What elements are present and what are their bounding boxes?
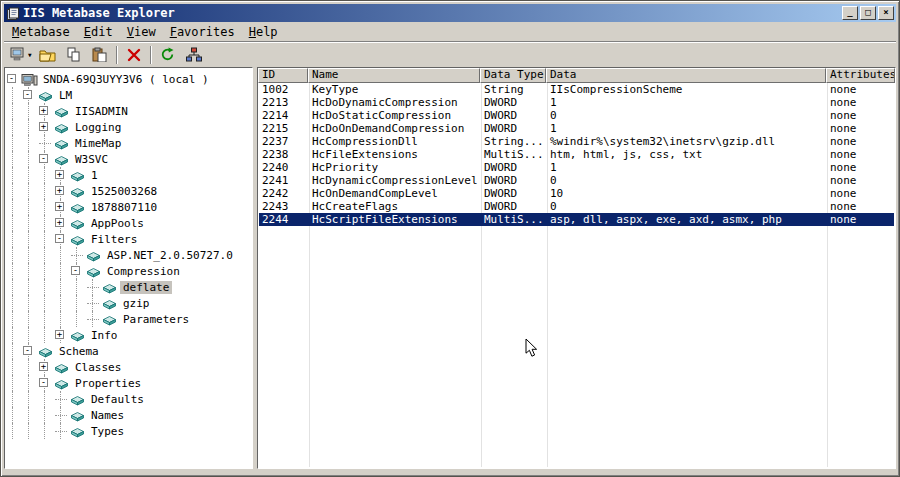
table-row[interactable]: 2237HcCompressionDllString...%windir%\sy…: [259, 135, 894, 148]
tree-node[interactable]: Types: [5, 423, 252, 439]
tree-node[interactable]: ASP.NET_2.0.50727.0: [5, 247, 252, 263]
column-header-id[interactable]: ID: [258, 68, 308, 83]
tree-node[interactable]: gzip: [5, 295, 252, 311]
maximize-button[interactable]: □: [860, 6, 876, 20]
expand-plus-icon[interactable]: +: [39, 122, 48, 131]
tree-node[interactable]: +Logging: [5, 119, 252, 135]
collapse-minus-icon[interactable]: -: [39, 378, 48, 387]
metabase-node-icon: [37, 344, 54, 358]
tree-node[interactable]: MimeMap: [5, 135, 252, 151]
table-row[interactable]: 2238HcFileExtensionsMultiS...htm, html, …: [259, 148, 894, 161]
column-header-name[interactable]: Name: [308, 68, 480, 83]
tree-node[interactable]: -Compression: [5, 263, 252, 279]
expand-plus-icon[interactable]: +: [55, 202, 64, 211]
menu-item-edit[interactable]: Edit: [77, 24, 120, 40]
expand-plus-icon[interactable]: +: [39, 362, 48, 371]
refresh-button[interactable]: [156, 44, 180, 66]
tree-node[interactable]: -Filters: [5, 231, 252, 247]
table-row[interactable]: 2242HcOnDemandCompLevelDWORD10none: [259, 187, 894, 200]
menu-item-view[interactable]: View: [120, 24, 163, 40]
tree-node-label[interactable]: Schema: [56, 345, 102, 358]
tree-node[interactable]: +1878807110: [5, 199, 252, 215]
menu-item-favorites[interactable]: Favorites: [163, 24, 242, 40]
tree-node[interactable]: -LM: [5, 87, 252, 103]
tree-node-label[interactable]: 1525003268: [88, 185, 160, 198]
tree-node-label[interactable]: 1878807110: [88, 201, 160, 214]
table-row[interactable]: 2214HcDoStaticCompressionDWORD0none: [259, 109, 894, 122]
tree-node-label[interactable]: LM: [56, 89, 75, 102]
delete-button[interactable]: [122, 44, 146, 66]
expand-plus-icon[interactable]: +: [55, 218, 64, 227]
tree-guide: [21, 359, 37, 375]
close-button[interactable]: ×: [878, 6, 894, 20]
tree-node[interactable]: Parameters: [5, 311, 252, 327]
tree-node-label[interactable]: Compression: [104, 265, 183, 278]
table-row[interactable]: 2240HcPriorityDWORD1none: [259, 161, 894, 174]
tree-node-label[interactable]: 1: [88, 169, 101, 182]
tree-node-label[interactable]: Defaults: [88, 393, 147, 406]
tree-node-label[interactable]: AppPools: [88, 217, 147, 230]
column-header-data-type[interactable]: Data Type: [480, 68, 546, 83]
tree-node[interactable]: +Classes: [5, 359, 252, 375]
expand-plus-icon[interactable]: +: [55, 170, 64, 179]
tree-node[interactable]: -W3SVC: [5, 151, 252, 167]
expand-plus-icon[interactable]: +: [39, 106, 48, 115]
tree-node[interactable]: deflate: [5, 279, 252, 295]
collapse-minus-icon[interactable]: -: [71, 266, 80, 275]
tree-node[interactable]: -SNDA-69Q3UYY3V6 ( local ): [5, 71, 252, 87]
collapse-minus-icon[interactable]: -: [39, 154, 48, 163]
tree-node-label[interactable]: Logging: [72, 121, 124, 134]
tree-node-label[interactable]: Info: [88, 329, 121, 342]
tree-node-label[interactable]: IISADMIN: [72, 105, 131, 118]
tree-node-label[interactable]: SNDA-69Q3UYY3V6 ( local ): [40, 73, 212, 86]
menu-item-metabase[interactable]: Metabase: [5, 24, 77, 40]
menu-item-help[interactable]: Help: [242, 24, 285, 40]
copy-button[interactable]: [62, 44, 86, 66]
tree-node-label[interactable]: gzip: [120, 297, 153, 310]
computer-dropdown-icon: ▼: [10, 47, 32, 62]
tree-node-label[interactable]: Filters: [88, 233, 140, 246]
table-row[interactable]: 2243HcCreateFlagsDWORD0none: [259, 200, 894, 213]
tree-node[interactable]: -Properties: [5, 375, 252, 391]
cell-data-type: MultiS...: [481, 213, 547, 226]
tree-node[interactable]: +AppPools: [5, 215, 252, 231]
expand-plus-icon[interactable]: +: [55, 186, 64, 195]
table-row[interactable]: 1002KeyTypeStringIIsCompressionSchemenon…: [259, 83, 894, 96]
tree-node-label[interactable]: Properties: [72, 377, 144, 390]
tree-guide: [53, 311, 69, 327]
tree-node[interactable]: Names: [5, 407, 252, 423]
collapse-minus-icon[interactable]: -: [23, 346, 32, 355]
table-row[interactable]: 2213HcDoDynamicCompressionDWORD1none: [259, 96, 894, 109]
tree-node[interactable]: -Schema: [5, 343, 252, 359]
collapse-minus-icon[interactable]: -: [23, 90, 32, 99]
table-row[interactable]: 2244HcScriptFileExtensionsMultiS...asp, …: [259, 213, 894, 226]
tree-node[interactable]: +IISADMIN: [5, 103, 252, 119]
network-button[interactable]: [182, 44, 206, 66]
cell-id: 2237: [259, 135, 309, 148]
column-header-data[interactable]: Data: [546, 68, 826, 83]
tree-node-label[interactable]: Classes: [72, 361, 124, 374]
tree-node-label[interactable]: Names: [88, 409, 127, 422]
tree-node-label[interactable]: W3SVC: [72, 153, 111, 166]
collapse-minus-icon[interactable]: -: [7, 74, 16, 83]
minimize-button[interactable]: _: [842, 6, 858, 20]
expand-plus-icon[interactable]: +: [55, 330, 64, 339]
tree-node[interactable]: +1: [5, 167, 252, 183]
paste-button[interactable]: [88, 44, 112, 66]
tree-node[interactable]: +Info: [5, 327, 252, 343]
column-header-attributes[interactable]: Attributes: [826, 68, 895, 83]
table-row[interactable]: 2215HcDoOnDemandCompressionDWORD1none: [259, 122, 894, 135]
title-bar[interactable]: IIS Metabase Explorer _ □ ×: [4, 4, 896, 22]
connect-dropdown-button[interactable]: ▼: [8, 44, 34, 66]
tree-guide: [5, 391, 21, 407]
tree-node-label[interactable]: ASP.NET_2.0.50727.0: [104, 249, 236, 262]
tree-node-label[interactable]: Types: [88, 425, 127, 438]
tree-node-label[interactable]: Parameters: [120, 313, 192, 326]
tree-node[interactable]: Defaults: [5, 391, 252, 407]
tree-node-label[interactable]: MimeMap: [72, 137, 124, 150]
table-row[interactable]: 2241HcDynamicCompressionLevelDWORD0none: [259, 174, 894, 187]
open-button[interactable]: [36, 44, 60, 66]
tree-node-label[interactable]: deflate: [120, 281, 172, 294]
collapse-minus-icon[interactable]: -: [55, 234, 64, 243]
tree-node[interactable]: +1525003268: [5, 183, 252, 199]
